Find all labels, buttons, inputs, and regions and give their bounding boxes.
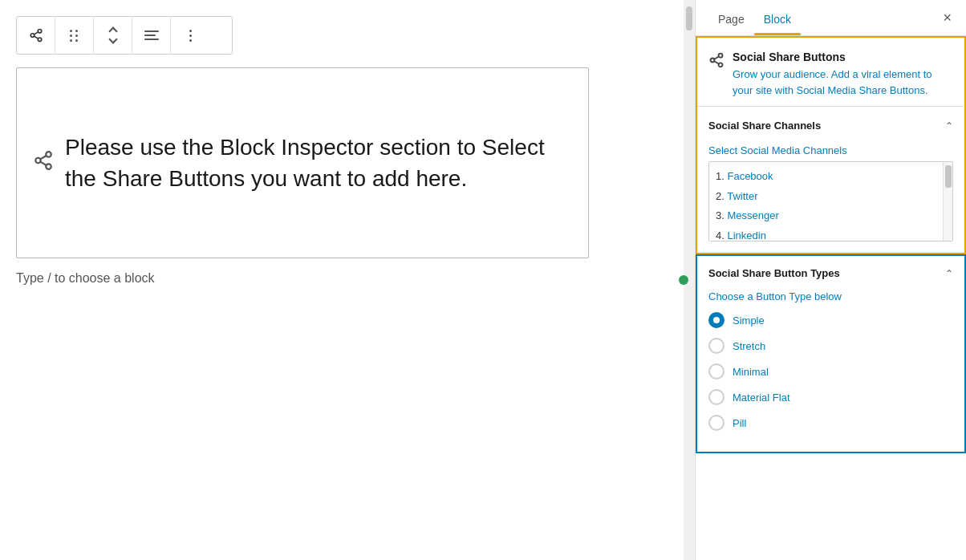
scroll-indicator	[679, 275, 688, 285]
list-item: 1. Facebook	[716, 167, 946, 187]
radio-option-simple[interactable]: Simple	[708, 312, 953, 328]
channel-num: 4.	[716, 229, 724, 241]
list-item: 2. Twitter	[716, 187, 946, 207]
share-block-button[interactable]	[17, 16, 55, 55]
svg-line-14	[714, 56, 719, 59]
channels-list-box: 1. Facebook 2. Twitter 3. Messenger	[708, 161, 953, 241]
channels-label: Select Social Media Channels	[708, 144, 953, 156]
channel-name: Twitter	[727, 190, 757, 202]
channels-section-header[interactable]: Social Share Channels ⌃	[697, 106, 964, 144]
radio-label-simple: Simple	[733, 314, 765, 327]
radio-label-pill: Pill	[733, 417, 746, 429]
button-types-label: Choose a Button Type below	[708, 290, 953, 302]
button-types-header[interactable]: Social Share Button Types ⌃	[697, 256, 964, 290]
channel-num: 1.	[716, 170, 724, 182]
align-block-button[interactable]	[132, 16, 171, 55]
channel-name: Linkedin	[727, 229, 765, 241]
share-icon	[29, 28, 43, 43]
block-share-icon	[33, 150, 54, 176]
radio-option-pill[interactable]: Pill	[708, 415, 953, 431]
channels-scrollbar-thumb	[945, 165, 952, 188]
channels-list: 1. Facebook 2. Twitter 3. Messenger	[709, 162, 952, 241]
radio-option-material-flat[interactable]: Material Flat	[708, 389, 953, 405]
block-toolbar	[16, 16, 233, 55]
right-panel: Page Block × Social Share Button	[695, 0, 966, 560]
drag-icon	[67, 26, 82, 45]
tab-block[interactable]: Block	[754, 0, 801, 35]
channels-chevron-icon: ⌃	[945, 120, 953, 132]
channel-name: Facebook	[727, 170, 773, 182]
radio-circle-simple	[708, 312, 724, 328]
channels-section-title: Social Share Channels	[708, 120, 821, 132]
radio-circle-minimal	[708, 363, 724, 379]
button-types-section: Social Share Button Types ⌃ Choose a But…	[696, 254, 966, 453]
radio-label-stretch: Stretch	[733, 340, 765, 352]
svg-line-9	[40, 156, 46, 159]
radio-option-minimal[interactable]: Minimal	[708, 363, 953, 379]
button-types-chevron-icon: ⌃	[945, 268, 953, 279]
editor-area: Please use the Block Inspector section t…	[0, 0, 684, 560]
radio-circle-stretch	[708, 338, 724, 354]
radio-option-stretch[interactable]: Stretch	[708, 338, 953, 354]
editor-divider	[684, 0, 695, 560]
updown-block-button[interactable]	[94, 16, 132, 55]
channel-name: Messenger	[727, 209, 778, 221]
block-content-area: Please use the Block Inspector section t…	[16, 67, 589, 258]
list-item: 3. Messenger	[716, 206, 946, 226]
panel-scroll-content: Social Share Buttons Grow your audience.…	[696, 36, 966, 560]
plugin-share-icon	[708, 52, 724, 71]
button-types-content: Choose a Button Type below Simple Stretc…	[697, 290, 964, 452]
align-icon	[141, 27, 162, 43]
updown-icon	[110, 28, 116, 43]
radio-label-minimal: Minimal	[733, 366, 769, 378]
channel-num: 2.	[716, 190, 724, 202]
channels-content: Select Social Media Channels 1. Facebook…	[697, 144, 964, 253]
plugin-section: Social Share Buttons Grow your audience.…	[696, 36, 966, 254]
svg-line-3	[34, 36, 38, 39]
channel-num: 3.	[716, 209, 724, 221]
block-instruction-text: Please use the Block Inspector section t…	[65, 132, 564, 194]
channels-scrollbar[interactable]	[943, 162, 952, 241]
svg-line-4	[34, 32, 38, 34]
radio-label-material-flat: Material Flat	[733, 392, 790, 404]
move-block-button[interactable]	[55, 16, 94, 55]
panel-tabs: Page Block ×	[696, 0, 966, 36]
editor-hint-text: Type / to choose a block	[16, 271, 668, 286]
radio-circle-pill	[708, 415, 724, 431]
svg-line-13	[714, 61, 719, 63]
plugin-info: Social Share Buttons Grow your audience.…	[733, 51, 953, 98]
plugin-title: Social Share Buttons	[733, 51, 953, 63]
plugin-description: Grow your audience. Add a viral element …	[733, 67, 953, 98]
scrollbar-thumb[interactable]	[686, 6, 692, 30]
tab-page[interactable]: Page	[708, 0, 754, 35]
radio-circle-material-flat	[708, 389, 724, 405]
more-options-button[interactable]	[171, 16, 209, 55]
list-item: 4. Linkedin	[716, 226, 946, 241]
panel-close-button[interactable]: ×	[936, 6, 958, 30]
more-options-icon	[186, 26, 195, 45]
button-types-title: Social Share Button Types	[708, 267, 840, 279]
svg-line-8	[40, 162, 46, 165]
plugin-header: Social Share Buttons Grow your audience.…	[697, 38, 964, 106]
